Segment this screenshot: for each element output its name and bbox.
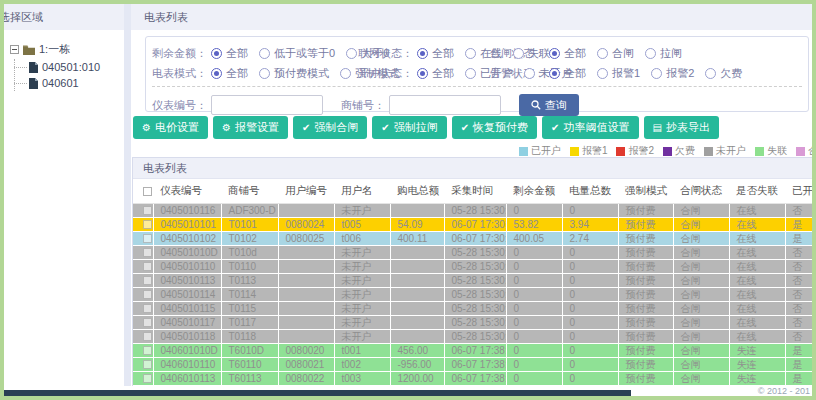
radio-option[interactable]: 全部	[549, 46, 586, 61]
table-row[interactable]: 040501010DT010d未开户05-28 15:30:0000预付费合闸在…	[133, 246, 816, 260]
table-cell: 05-28 15:30:00	[444, 204, 506, 218]
radio-option[interactable]: 合闸	[597, 46, 634, 61]
query-button-label: 查询	[545, 98, 567, 113]
table-row[interactable]: 040601010DT6010D0080020t001456.0006-07 1…	[133, 344, 816, 358]
table-cell: 预付费	[618, 232, 673, 246]
table-row[interactable]: 0405010102T01020080025t006400.1106-07 17…	[133, 232, 816, 246]
tree-root-item[interactable]: 1:一栋	[10, 42, 124, 57]
table-cell: 54.09	[390, 218, 444, 232]
table-cell: 未开户	[334, 246, 390, 260]
restore-prepaid-button[interactable]: ✔恢复预付费	[452, 116, 537, 139]
radio-option[interactable]: 全部	[211, 66, 248, 81]
row-checkbox[interactable]	[143, 374, 152, 383]
table-row[interactable]: 0405010117T0117未开户05-28 15:30:0000预付费合闸在…	[133, 316, 816, 330]
table-cell: 预付费	[618, 316, 673, 330]
table-row[interactable]: 0405010110T0110未开户05-28 15:30:0000预付费合闸在…	[133, 260, 816, 274]
radio-option[interactable]: 报警1	[597, 66, 640, 81]
shop-no-input[interactable]	[389, 95, 501, 115]
table-cell: 合闸	[673, 330, 729, 344]
table-row[interactable]: 0406010110T601100080021t002-956.0006-07 …	[133, 358, 816, 372]
power-threshold-button[interactable]: ✔功率阈值设置	[542, 116, 638, 139]
table-cell: 否	[785, 204, 816, 218]
table-row[interactable]: 0405010116ADF300-D 3未开户05-28 15:30:0000预…	[133, 204, 816, 218]
row-checkbox[interactable]	[143, 220, 152, 229]
radio-option[interactable]: 低于或等于0	[259, 46, 335, 61]
table-cell: 失连	[729, 372, 785, 386]
table-row[interactable]: 0405010118T0118未开户05-28 15:30:0000预付费合闸在…	[133, 330, 816, 344]
table-cell: 未开户	[334, 204, 390, 218]
table-cell: T0110	[221, 260, 278, 274]
row-checkbox[interactable]	[143, 290, 152, 299]
select-all-checkbox[interactable]	[143, 187, 152, 196]
table-row[interactable]: 0405010115T0115未开户05-28 15:30:0000预付费合闸在…	[133, 302, 816, 316]
legend-color-chip	[616, 147, 625, 156]
radio-option[interactable]: 全部	[417, 66, 454, 81]
table-cell: 在线	[729, 232, 785, 246]
table-header-row: 仪表编号商铺号用户编号用户名购电总额采集时间剩余金额电量总数强制模式合闸状态是否…	[133, 179, 816, 204]
row-checkbox[interactable]	[143, 318, 152, 327]
table-cell: 400.11	[390, 232, 444, 246]
table-row[interactable]: 0405010101T01010080024t00554.0906-07 17:…	[133, 218, 816, 232]
force-open-button[interactable]: ✔强制拉闸	[372, 116, 446, 139]
tree-collapse-icon[interactable]	[10, 45, 19, 54]
table-cell: 0405010101	[153, 218, 221, 232]
row-checkbox[interactable]	[143, 248, 152, 257]
table-cell: 未开户	[334, 288, 390, 302]
table-cell: 0080025	[278, 232, 334, 246]
radio-option[interactable]: 报警2	[651, 66, 694, 81]
tree-item[interactable]: 040601	[15, 75, 124, 91]
table-row[interactable]: 0406010113T601130080022t0031200.0006-07 …	[133, 372, 816, 386]
table-row[interactable]: 0405010114T0114未开户05-28 15:30:0000预付费合闸在…	[133, 288, 816, 302]
row-checkbox[interactable]	[143, 360, 152, 369]
table-cell: T0114	[221, 288, 278, 302]
tree-item[interactable]: 040501:010	[15, 59, 124, 75]
force-close-button[interactable]: ✔强制合闸	[293, 116, 367, 139]
row-checkbox[interactable]	[143, 206, 152, 215]
row-checkbox[interactable]	[143, 332, 152, 341]
row-checkbox[interactable]	[143, 234, 152, 243]
row-checkbox[interactable]	[143, 262, 152, 271]
meter-export-button[interactable]: ▤抄表导出	[644, 116, 719, 139]
query-button[interactable]: 查询	[519, 94, 579, 116]
table-cell: 0	[506, 274, 562, 288]
table-cell: 2.74	[562, 232, 618, 246]
table-cell: 0	[506, 302, 562, 316]
table-cell: 05-28 15:30:00	[444, 330, 506, 344]
main-area: 电表列表 剩余金额：全部低于或等于0大于0联网状态：全部在线失联合闸状态：全部合…	[131, 4, 812, 396]
price-settings-button[interactable]: ⚙电价设置	[133, 116, 208, 139]
table-cell	[390, 260, 444, 274]
row-checkbox[interactable]	[143, 346, 152, 355]
table-cell: 在线	[729, 316, 785, 330]
legend-label: 失联	[767, 144, 787, 158]
table-cell: T0102	[221, 232, 278, 246]
table-cell: 06-07 17:30:00	[444, 218, 506, 232]
table-cell: 05-28 15:30:00	[444, 274, 506, 288]
meter-no-input[interactable]	[211, 95, 323, 115]
legend-item: 报警2	[616, 144, 654, 158]
radio-option[interactable]: 预付费模式	[259, 66, 329, 81]
alarm-settings-button[interactable]: ⚙报警设置	[213, 116, 288, 139]
table-cell: 040601010D	[153, 344, 221, 358]
row-checkbox[interactable]	[143, 276, 152, 285]
table-row[interactable]: 0405010113T0113未开户05-28 15:30:0000预付费合闸在…	[133, 274, 816, 288]
radio-icon	[645, 48, 656, 59]
table-cell: 3.94	[562, 218, 618, 232]
radio-option[interactable]: 全部	[417, 46, 454, 61]
meter-table: 仪表编号商铺号用户编号用户名购电总额采集时间剩余金额电量总数强制模式合闸状态是否…	[133, 179, 816, 400]
radio-option[interactable]: 全部	[549, 66, 586, 81]
table-cell: 是	[785, 218, 816, 232]
radio-icon	[597, 68, 608, 79]
table-cell: 预付费	[618, 358, 673, 372]
legend-color-chip	[796, 147, 805, 156]
radio-option[interactable]: 欠费	[705, 66, 742, 81]
table-cell: 合闸	[673, 344, 729, 358]
row-checkbox-cell	[133, 218, 153, 232]
row-checkbox-cell	[133, 316, 153, 330]
table-cell: 05-28 15:30:00	[444, 288, 506, 302]
radio-option[interactable]: 拉闸	[645, 46, 682, 61]
radio-icon	[259, 68, 270, 79]
folder-icon	[23, 45, 35, 55]
radio-option[interactable]: 全部	[211, 46, 248, 61]
table-cell: 在线	[729, 246, 785, 260]
row-checkbox[interactable]	[143, 304, 152, 313]
